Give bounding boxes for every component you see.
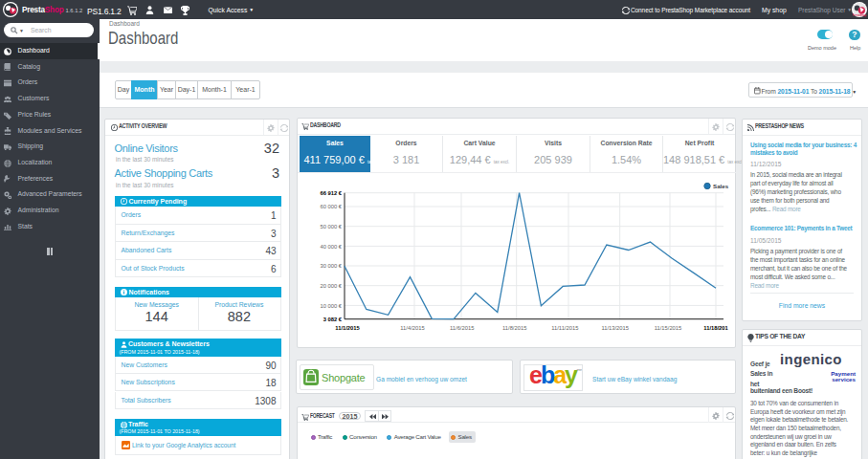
svg-text:20 000 €: 20 000 € — [320, 283, 342, 289]
svg-text:11/11/2015: 11/11/2015 — [551, 325, 578, 331]
svg-text:3 082 €: 3 082 € — [323, 317, 343, 322]
svg-text:11/18/201: 11/18/201 — [703, 325, 728, 331]
svg-text:11/1/2015: 11/1/2015 — [335, 325, 360, 331]
svg-text:11/8/2015: 11/8/2015 — [502, 325, 526, 331]
svg-text:11/13/2015: 11/13/2015 — [601, 325, 629, 331]
svg-text:66 912 €: 66 912 € — [320, 190, 342, 196]
svg-text:PrestaShop: PrestaShop — [853, 13, 867, 17]
svg-text:50 000 €: 50 000 € — [320, 224, 342, 230]
svg-text:11/6/2015: 11/6/2015 — [450, 325, 474, 331]
svg-text:11/4/2015: 11/4/2015 — [400, 325, 424, 331]
svg-text:60 000 €: 60 000 € — [320, 204, 342, 209]
svg-text:11/15/2015: 11/15/2015 — [655, 325, 682, 331]
svg-text:30 000 €: 30 000 € — [320, 263, 342, 269]
svg-text:Sales: Sales — [713, 183, 729, 189]
svg-text:40 000 €: 40 000 € — [320, 244, 342, 250]
svg-text:10 000 €: 10 000 € — [320, 303, 342, 309]
